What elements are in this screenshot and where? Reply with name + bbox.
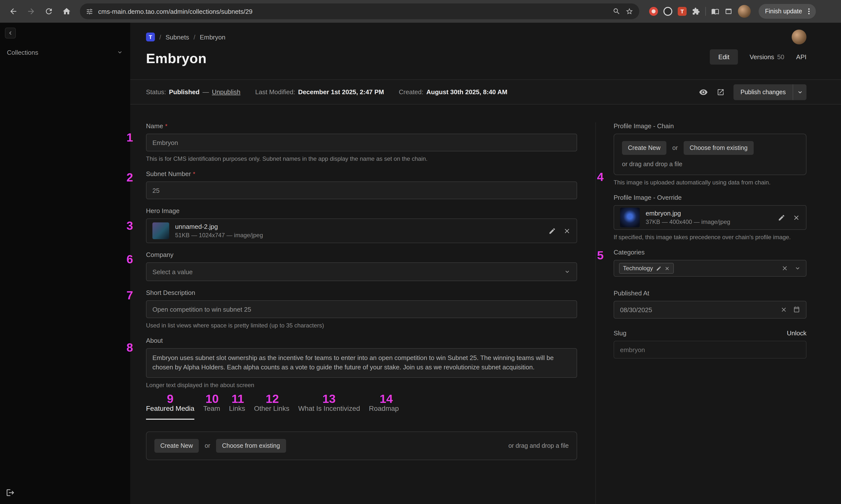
tab-what-is-incentivized[interactable]: What Is Incentivized bbox=[298, 404, 360, 419]
circle-extension-icon[interactable] bbox=[663, 7, 672, 16]
choose-existing-button[interactable]: Choose from existing bbox=[216, 439, 286, 452]
extensions-area: T bbox=[649, 5, 751, 18]
site-info-icon[interactable] bbox=[86, 8, 93, 15]
app-logo[interactable]: T bbox=[146, 33, 155, 41]
bookmark-star-icon[interactable] bbox=[625, 7, 633, 15]
sidebar-item-collections[interactable]: Collections bbox=[0, 46, 130, 59]
tab-links[interactable]: Links bbox=[229, 404, 245, 419]
about-help: Longer text displayed in the about scree… bbox=[146, 381, 577, 388]
home-icon[interactable] bbox=[59, 4, 74, 19]
edit-pencil-icon[interactable] bbox=[656, 266, 661, 271]
logout-button[interactable] bbox=[6, 488, 15, 497]
featured-media-upload: Create New or Choose from existing or dr… bbox=[146, 431, 577, 460]
profile-chain-upload: Create New or Choose from existing or dr… bbox=[614, 134, 806, 175]
publish-dropdown-caret[interactable] bbox=[793, 84, 806, 100]
company-placeholder: Select a value bbox=[153, 268, 193, 275]
last-modified-value: December 1st 2025, 2:47 PM bbox=[298, 88, 384, 96]
forward-icon[interactable] bbox=[24, 4, 38, 19]
som-annotation-13: 13 bbox=[322, 392, 335, 406]
category-chip-technology: Technology bbox=[619, 263, 674, 274]
clear-x-icon[interactable] bbox=[780, 306, 787, 313]
reload-icon[interactable] bbox=[41, 4, 56, 19]
edit-pencil-icon[interactable] bbox=[778, 214, 785, 221]
finish-update-label: Finish update bbox=[765, 8, 802, 15]
form-sidebar-column: Profile Image - Chain Create New or Choo… bbox=[595, 122, 806, 504]
chevron-down-icon bbox=[117, 49, 123, 56]
field-subnet-number: Subnet Number* bbox=[146, 170, 577, 199]
adblock-extension-icon[interactable] bbox=[649, 7, 658, 16]
remove-x-icon[interactable] bbox=[664, 266, 669, 271]
tab-other-links[interactable]: Other Links bbox=[254, 404, 289, 419]
versions-link[interactable]: Versions50 bbox=[750, 53, 784, 61]
categories-field[interactable]: Technology bbox=[614, 260, 806, 277]
about-label: About bbox=[146, 337, 577, 344]
som-annotation-9: 9 bbox=[167, 392, 174, 406]
slug-input bbox=[614, 341, 806, 359]
field-hero-image: Hero Image unnamed-2.jpg 51KB — 1024x747… bbox=[146, 207, 577, 243]
remove-x-icon[interactable] bbox=[793, 214, 800, 221]
extensions-puzzle-icon[interactable] bbox=[692, 7, 700, 15]
publish-split-button: Publish changes bbox=[734, 84, 806, 100]
company-label: Company bbox=[146, 251, 577, 258]
field-name: Name* This is for CMS identification pur… bbox=[146, 122, 577, 162]
som-annotation-4: 4 bbox=[597, 170, 604, 184]
tab-team[interactable]: Team bbox=[203, 404, 220, 419]
preview-eye-icon[interactable] bbox=[699, 88, 708, 96]
last-modified-label: Last Modified: bbox=[255, 88, 295, 96]
create-new-button[interactable]: Create New bbox=[155, 439, 199, 452]
company-select[interactable]: Select a value bbox=[146, 262, 577, 281]
about-textarea[interactable]: Embryon uses subnet slot ownership as th… bbox=[146, 348, 577, 378]
created-value: August 30th 2025, 8:40 AM bbox=[426, 88, 507, 96]
subnet-number-input[interactable] bbox=[146, 181, 577, 199]
calendar-icon[interactable] bbox=[793, 306, 800, 313]
slug-unlock-link[interactable]: Unlock bbox=[787, 329, 807, 337]
browser-nav-buttons bbox=[6, 4, 74, 19]
browser-avatar[interactable] bbox=[738, 5, 751, 18]
or-text: or bbox=[205, 442, 210, 449]
tab-featured-media[interactable]: Featured Media bbox=[146, 404, 194, 419]
profile-override-meta: 37KB — 400x400 — image/jpeg bbox=[646, 218, 730, 226]
tab-roadmap[interactable]: Roadmap bbox=[369, 404, 399, 419]
toolbar-divider bbox=[705, 7, 706, 16]
create-new-button[interactable]: Create New bbox=[622, 141, 666, 155]
unpublish-link[interactable]: Unpublish bbox=[212, 88, 240, 96]
user-avatar[interactable] bbox=[792, 30, 806, 44]
breadcrumb-subnets[interactable]: Subnets bbox=[165, 33, 189, 41]
edit-pencil-icon[interactable] bbox=[549, 227, 556, 234]
som-annotation-10: 10 bbox=[205, 392, 218, 406]
breadcrumb-current: Embryon bbox=[200, 33, 226, 41]
remove-x-icon[interactable] bbox=[563, 227, 571, 234]
som-annotation-11: 11 bbox=[232, 392, 244, 406]
required-asterisk: * bbox=[165, 123, 167, 129]
address-bar[interactable]: cms-main.demo.tao.com/admin/collections/… bbox=[80, 3, 639, 19]
sidebar-collapse-button[interactable] bbox=[5, 28, 16, 38]
document-form: Name* This is for CMS identification pur… bbox=[130, 105, 841, 504]
profile-frame-icon[interactable] bbox=[724, 7, 733, 15]
kebab-menu-icon bbox=[805, 7, 813, 15]
slug-label: Slug bbox=[614, 329, 626, 337]
created-label: Created: bbox=[399, 88, 424, 96]
chevron-down-icon[interactable] bbox=[794, 265, 801, 272]
field-profile-image-chain: Profile Image - Chain Create New or Choo… bbox=[614, 122, 806, 186]
api-link[interactable]: API bbox=[796, 53, 806, 61]
reading-list-icon[interactable] bbox=[711, 7, 719, 15]
publish-changes-button[interactable]: Publish changes bbox=[734, 84, 793, 100]
edit-view-button[interactable]: Edit bbox=[710, 49, 738, 65]
zoom-icon[interactable] bbox=[613, 7, 621, 15]
published-at-input[interactable]: 08/30/2025 bbox=[614, 301, 806, 319]
profile-override-thumbnail bbox=[620, 208, 640, 227]
short-description-input[interactable] bbox=[146, 300, 577, 318]
name-input[interactable] bbox=[146, 134, 577, 151]
browser-toolbar: cms-main.demo.tao.com/admin/collections/… bbox=[0, 0, 841, 23]
clear-x-icon[interactable] bbox=[781, 265, 788, 272]
choose-existing-button[interactable]: Choose from existing bbox=[684, 141, 753, 155]
t-extension-icon[interactable]: T bbox=[678, 7, 686, 16]
som-annotation-1: 1 bbox=[126, 131, 133, 144]
back-icon[interactable] bbox=[6, 4, 21, 19]
url-text: cms-main.demo.tao.com/admin/collections/… bbox=[98, 8, 253, 15]
chip-label: Technology bbox=[623, 265, 653, 272]
finish-update-button[interactable]: Finish update bbox=[758, 4, 816, 19]
short-description-help: Used in list views where space is pretty… bbox=[146, 322, 577, 329]
field-profile-image-override: Profile Image - Override embryon.jpg 37K… bbox=[614, 194, 806, 241]
open-external-icon[interactable] bbox=[717, 88, 725, 96]
